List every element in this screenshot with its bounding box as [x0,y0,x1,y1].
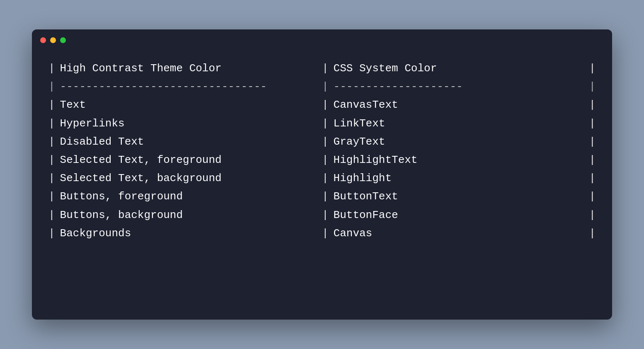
close-button[interactable] [40,37,46,43]
pipe-icon: | [322,96,329,114]
left-data-row-4: | Selected Text, foreground [48,151,322,169]
pipe-icon: | [322,169,329,187]
pipe-icon: | [48,78,55,96]
pipe-icon: | [48,133,55,151]
right-cell-3: GrayText [330,133,389,151]
left-data-row-2: | Hyperlinks [48,114,322,133]
right-cell-1: CanvasText [330,96,402,114]
left-divider: -------------------------------- [57,78,270,96]
pipe-icon: | [48,224,55,242]
right-divider-row: | -------------------- | [322,78,596,96]
pipe-icon: | [322,206,329,224]
right-divider: -------------------- [330,78,466,96]
pipe-icon: | [322,114,329,133]
right-pipe-icon: | [589,206,596,224]
right-data-row-4: | HighlightText | [322,151,596,169]
right-pipe-icon: | [589,114,596,133]
pipe-icon: | [322,224,329,242]
left-cell-8: Backgrounds [57,224,135,242]
right-pipe-icon: | [589,151,596,169]
pipe-icon: | [48,187,55,206]
right-pipe-icon: | [589,78,596,96]
left-cell-5: Selected Text, background [57,169,225,187]
right-cell-6: ButtonText [330,187,402,206]
right-pipe-icon: | [589,96,596,114]
left-data-row-7: | Buttons, background [48,206,322,224]
titlebar [32,29,612,51]
left-data-row-6: | Buttons, foreground [48,187,322,206]
left-data-row-5: | Selected Text, background [48,169,322,187]
pipe-icon: | [48,169,55,187]
right-pipe-icon: | [589,224,596,242]
right-data-row-2: | LinkText | [322,114,596,133]
pipe-icon: | [322,133,329,151]
minimize-button[interactable] [50,37,56,43]
pipe-icon: | [322,59,329,78]
right-column-header: CSS System Color [330,59,441,78]
right-pipe-icon: | [589,133,596,151]
left-cell-3: Disabled Text [57,133,148,151]
right-data-row-6: | ButtonText | [322,187,596,206]
left-cell-6: Buttons, foreground [57,187,186,206]
left-cell-4: Selected Text, foreground [57,151,225,169]
pipe-icon: | [322,78,329,96]
left-header-row: | High Contrast Theme Color [48,59,322,78]
left-cell-1: Text [57,96,89,114]
left-divider-row: | -------------------------------- [48,78,322,96]
right-pipe-icon: | [589,187,596,206]
pipe-icon: | [48,96,55,114]
right-pipe-icon: | [589,59,596,78]
left-cell-7: Buttons, background [57,206,186,224]
right-data-row-1: | CanvasText | [322,96,596,114]
right-data-row-3: | GrayText | [322,133,596,151]
left-cell-2: Hyperlinks [57,114,128,133]
data-table: | High Contrast Theme Color | ----------… [48,59,596,242]
left-data-row-1: | Text [48,96,322,114]
right-cell-5: Highlight [330,169,395,187]
right-header-row: | CSS System Color | [322,59,596,78]
right-cell-7: ButtonFace [330,206,402,224]
pipe-icon: | [322,187,329,206]
right-cell-2: LinkText [330,114,389,133]
pipe-icon: | [322,151,329,169]
terminal-window: | High Contrast Theme Color | ----------… [32,29,612,320]
right-pipe-icon: | [589,169,596,187]
right-cell-8: Canvas [330,224,376,242]
pipe-icon: | [48,59,55,78]
right-data-row-5: | Highlight | [322,169,596,187]
right-cell-4: HighlightText [330,151,421,169]
pipe-icon: | [48,206,55,224]
right-data-row-7: | ButtonFace | [322,206,596,224]
left-column-header: High Contrast Theme Color [57,59,225,78]
left-data-row-3: | Disabled Text [48,133,322,151]
pipe-icon: | [48,151,55,169]
left-data-row-8: | Backgrounds [48,224,322,242]
pipe-icon: | [48,114,55,133]
maximize-button[interactable] [60,37,66,43]
left-column: | High Contrast Theme Color | ----------… [48,59,322,242]
right-data-row-8: | Canvas | [322,224,596,242]
right-column: | CSS System Color | | -----------------… [322,59,596,242]
content-area: | High Contrast Theme Color | ----------… [32,51,612,320]
